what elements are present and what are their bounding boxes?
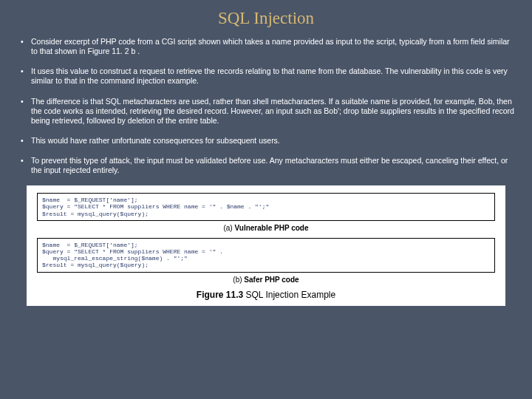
- slide-title: SQL Injection: [13, 9, 519, 28]
- bullet-icon: •: [21, 136, 31, 146]
- caption-a-text: Vulnerable PHP code: [234, 224, 308, 232]
- list-item: • It uses this value to construct a requ…: [21, 66, 514, 86]
- list-item: • To prevent this type of attack, the in…: [21, 156, 514, 175]
- caption-b-prefix: (b): [233, 276, 242, 284]
- caption-a-prefix: (a): [223, 224, 232, 232]
- bullet-icon: •: [21, 97, 31, 126]
- code-box-b: $name = $_REQUEST['name']; $query = "SEL…: [37, 238, 495, 273]
- figure-title: SQL Injection Example: [246, 290, 336, 300]
- caption-a: (a) Vulnerable PHP code: [37, 224, 495, 232]
- figure-caption: Figure 11.3 SQL Injection Example: [37, 290, 495, 300]
- bullet-list: • Consider excerpt of PHP code from a CG…: [13, 37, 519, 175]
- bullet-text: This would have rather unfortunate conse…: [31, 136, 280, 146]
- slide: SQL Injection • Consider excerpt of PHP …: [0, 0, 532, 399]
- list-item: • The difference is that SQL metacharact…: [21, 97, 514, 126]
- list-item: • This would have rather unfortunate con…: [21, 136, 514, 146]
- bullet-text: It uses this value to construct a reques…: [31, 66, 514, 86]
- bullet-icon: •: [21, 156, 31, 175]
- caption-b-text: Safer PHP code: [244, 276, 299, 284]
- list-item: • Consider excerpt of PHP code from a CG…: [21, 37, 514, 56]
- bullet-text: The difference is that SQL metacharacter…: [31, 97, 514, 126]
- bullet-icon: •: [21, 66, 31, 86]
- bullet-text: Consider excerpt of PHP code from a CGI …: [31, 37, 514, 56]
- code-box-a: $name = $_REQUEST['name']; $query = "SEL…: [37, 193, 495, 221]
- caption-b: (b) Safer PHP code: [37, 276, 495, 284]
- figure-label: Figure 11.3: [197, 290, 243, 300]
- bullet-text: To prevent this type of attack, the inpu…: [31, 156, 514, 175]
- figure-block: $name = $_REQUEST['name']; $query = "SEL…: [27, 185, 505, 305]
- bullet-icon: •: [21, 37, 31, 56]
